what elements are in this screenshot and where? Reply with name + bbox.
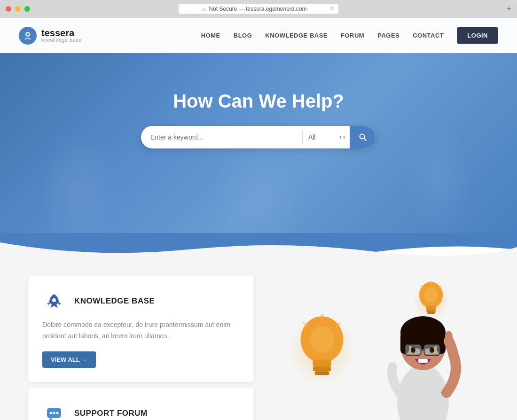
chat-icon <box>42 402 66 420</box>
nav-home[interactable]: HOME <box>201 32 220 39</box>
nav-contact[interactable]: CONTACT <box>413 32 444 39</box>
kb-card-text: Dolore commodo ea excepteur, do irure pr… <box>42 319 240 342</box>
minimize-dot[interactable] <box>15 6 21 12</box>
nav-pages[interactable]: PAGES <box>377 32 400 39</box>
rocket-icon <box>42 289 66 313</box>
cards-column: KNOWLEDGE BASE Dolore commodo ea excepte… <box>28 275 254 420</box>
bulb-2 <box>295 314 350 387</box>
svg-point-6 <box>50 412 52 414</box>
website-content: tessera knowledge base HOME BLOG KNOWLED… <box>0 18 517 420</box>
svg-point-4 <box>52 298 56 302</box>
hero-title: How Can We Help? <box>173 91 344 112</box>
nav-links: HOME BLOG KNOWLEDGE BASE FORUM PAGES CON… <box>201 27 498 44</box>
maximize-dot[interactable] <box>24 6 30 12</box>
close-dot[interactable] <box>6 6 11 12</box>
nav-knowledge-base[interactable]: KNOWLEDGE BASE <box>265 32 328 39</box>
refresh-icon[interactable]: ↻ <box>330 6 335 12</box>
knowledge-base-card: KNOWLEDGE BASE Dolore commodo ea excepte… <box>28 275 254 382</box>
browser-titlebar: ⚠ Not Secure — tessera.egemenerd.com ↻ + <box>0 0 517 18</box>
logo-icon <box>19 27 37 45</box>
wave-separator <box>0 233 517 261</box>
logo-tagline: knowledge base <box>41 38 82 43</box>
navbar: tessera knowledge base HOME BLOG KNOWLED… <box>0 18 517 53</box>
search-category-wrapper: All Knowledge Base Forum Blog ⬆⬇ <box>303 126 350 148</box>
search-category-select[interactable]: All Knowledge Base Forum Blog <box>303 126 350 148</box>
person-illustration <box>357 294 489 420</box>
kb-view-all-button[interactable]: VIEW ALL → <box>42 351 96 368</box>
svg-point-1 <box>27 33 29 35</box>
svg-point-25 <box>397 365 449 420</box>
svg-point-36 <box>411 347 415 353</box>
address-text: Not Secure — tessera.egemenerd.com <box>209 6 306 12</box>
support-forum-card: SUPPORT FORUM Elit a excepteur quo summi… <box>28 388 254 420</box>
svg-rect-38 <box>418 359 428 363</box>
bulb-glow-2 <box>291 311 352 390</box>
svg-point-37 <box>430 347 434 353</box>
illustration-column <box>273 275 489 420</box>
main-content: KNOWLEDGE BASE Dolore commodo ea excepte… <box>0 261 517 420</box>
lock-icon: ⚠ <box>202 7 206 12</box>
search-input[interactable] <box>141 126 302 148</box>
address-bar[interactable]: ⚠ Not Secure — tessera.egemenerd.com ↻ <box>179 4 338 14</box>
search-button[interactable] <box>350 126 376 148</box>
svg-point-39 <box>445 331 453 344</box>
nav-blog[interactable]: BLOG <box>234 32 252 39</box>
svg-point-7 <box>53 412 55 414</box>
logo-name: tessera <box>41 28 82 38</box>
logo[interactable]: tessera knowledge base <box>19 27 82 45</box>
nav-forum[interactable]: FORUM <box>341 32 364 39</box>
login-button[interactable]: LOGIN <box>457 27 498 44</box>
card-header-kb: KNOWLEDGE BASE <box>42 289 240 313</box>
svg-line-3 <box>364 139 367 141</box>
forum-card-title: SUPPORT FORUM <box>74 409 148 418</box>
card-header-forum: SUPPORT FORUM <box>42 402 240 420</box>
hero-section: tessera knowledge base HOME BLOG KNOWLED… <box>0 18 517 234</box>
kb-card-title: KNOWLEDGE BASE <box>74 296 155 306</box>
add-tab-button[interactable]: + <box>506 5 511 13</box>
search-bar: All Knowledge Base Forum Blog ⬆⬇ <box>141 126 376 148</box>
browser-window: ⚠ Not Secure — tessera.egemenerd.com ↻ + <box>0 0 517 420</box>
hero-content: How Can We Help? All Knowledge Base Foru… <box>0 53 517 148</box>
svg-point-8 <box>56 412 59 414</box>
logo-text: tessera knowledge base <box>41 28 82 43</box>
